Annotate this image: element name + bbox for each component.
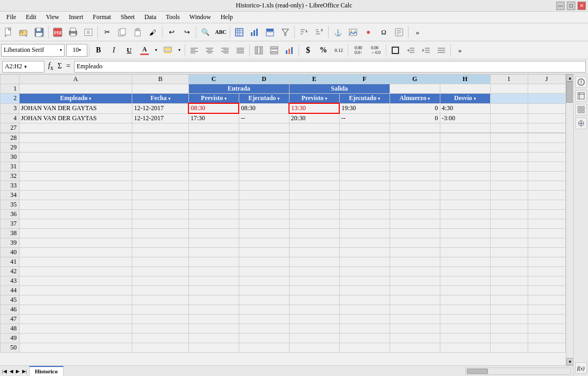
empty-cell[interactable] <box>440 219 490 229</box>
open-button[interactable]: ▾ <box>16 25 31 40</box>
empty-cell[interactable] <box>440 238 490 248</box>
empty-cell[interactable] <box>440 334 490 343</box>
empty-cell[interactable] <box>188 276 239 286</box>
empty-cell[interactable] <box>440 162 490 172</box>
tab-prev-button[interactable]: ◀ <box>8 369 14 374</box>
col-header-F[interactable]: F <box>339 75 390 84</box>
empty-cell[interactable] <box>339 191 390 200</box>
print-preview-button[interactable] <box>81 25 96 40</box>
empty-cell[interactable] <box>19 229 132 238</box>
empty-cell[interactable] <box>239 181 289 191</box>
empty-cell[interactable] <box>440 257 490 267</box>
empty-cell[interactable] <box>390 296 440 305</box>
row-button[interactable] <box>267 43 282 58</box>
empty-cell[interactable] <box>239 229 289 238</box>
empty-cell[interactable] <box>19 238 132 248</box>
col-header-C[interactable]: C <box>188 75 239 84</box>
empty-cell[interactable] <box>440 133 490 143</box>
empty-cell[interactable] <box>239 267 289 276</box>
empty-cell[interactable] <box>289 191 339 200</box>
empty-cell[interactable] <box>339 248 390 257</box>
menu-sheet[interactable]: Sheet <box>116 12 139 22</box>
scroll-down-button[interactable]: ▼ <box>566 358 573 365</box>
empty-cell[interactable] <box>239 286 289 296</box>
empty-cell[interactable] <box>528 257 565 267</box>
empty-cell[interactable] <box>440 210 490 219</box>
copy-button[interactable] <box>115 25 130 40</box>
empty-cell[interactable] <box>440 181 490 191</box>
empty-cell[interactable] <box>239 238 289 248</box>
empty-cell[interactable] <box>339 238 390 248</box>
empty-cell[interactable] <box>19 343 132 353</box>
empty-cell[interactable] <box>239 257 289 267</box>
cell-E3[interactable]: 13:30 <box>289 103 339 113</box>
empty-cell[interactable] <box>132 238 189 248</box>
italic-button[interactable]: I <box>106 43 121 58</box>
cell-I2[interactable] <box>490 94 528 104</box>
empty-cell[interactable] <box>490 334 528 343</box>
empty-cell[interactable] <box>390 143 440 153</box>
cell-EF1[interactable]: Salida <box>289 84 390 94</box>
menu-view[interactable]: View <box>42 12 64 22</box>
empty-cell[interactable] <box>289 324 339 334</box>
empty-cell[interactable] <box>132 143 189 153</box>
sort-desc-button[interactable] <box>312 25 327 40</box>
empty-cell[interactable] <box>339 143 390 153</box>
empty-cell[interactable] <box>289 286 339 296</box>
cell-H2-dropdown-icon[interactable]: ▾ <box>474 96 476 101</box>
insert-table-button[interactable] <box>232 25 247 40</box>
empty-cell[interactable] <box>239 305 289 315</box>
empty-cell[interactable] <box>528 296 565 305</box>
empty-cell[interactable] <box>490 153 528 162</box>
empty-cell[interactable] <box>188 162 239 172</box>
empty-cell[interactable] <box>19 200 132 210</box>
empty-cell[interactable] <box>188 296 239 305</box>
empty-cell[interactable] <box>239 210 289 219</box>
empty-cell[interactable] <box>239 133 289 143</box>
empty-cell[interactable] <box>390 276 440 286</box>
empty-cell[interactable] <box>440 172 490 181</box>
cell-C3[interactable]: 08:30 <box>188 103 239 113</box>
empty-cell[interactable] <box>440 296 490 305</box>
empty-cell[interactable] <box>390 324 440 334</box>
sort-asc-button[interactable] <box>296 25 311 40</box>
col-header-I[interactable]: I <box>490 75 528 84</box>
empty-cell[interactable] <box>339 200 390 210</box>
empty-cell[interactable] <box>188 257 239 267</box>
empty-cell[interactable] <box>339 305 390 315</box>
empty-cell[interactable] <box>188 181 239 191</box>
find-button[interactable]: 🔍 <box>198 25 213 40</box>
cell-G2-dropdown-icon[interactable]: ▾ <box>428 96 430 101</box>
horizontal-scrollbar[interactable] <box>465 368 571 375</box>
empty-cell[interactable] <box>390 153 440 162</box>
col-header-J[interactable]: J <box>528 75 565 84</box>
empty-cell[interactable] <box>19 305 132 315</box>
empty-cell[interactable] <box>19 143 132 153</box>
cell-D2-dropdown-icon[interactable]: ▾ <box>277 96 279 101</box>
empty-cell[interactable] <box>490 181 528 191</box>
empty-cell[interactable] <box>289 343 339 353</box>
empty-cell[interactable] <box>239 219 289 229</box>
empty-cell[interactable] <box>528 172 565 181</box>
new-button[interactable]: ▾ <box>1 25 16 40</box>
menu-format[interactable]: Format <box>88 12 115 22</box>
cell-F2[interactable]: Ejecutado ▾ <box>339 94 390 104</box>
empty-cell[interactable] <box>440 276 490 286</box>
maximize-button[interactable]: □ <box>567 2 575 10</box>
empty-cell[interactable] <box>289 219 339 229</box>
empty-cell[interactable] <box>440 143 490 153</box>
empty-cell[interactable] <box>289 334 339 343</box>
empty-cell[interactable] <box>188 286 239 296</box>
vertical-scrollbar[interactable]: ▲ ▼ <box>566 74 573 365</box>
empty-cell[interactable] <box>19 172 132 181</box>
empty-cell[interactable] <box>19 248 132 257</box>
cell-A4[interactable]: JOHAN VAN DER GAYTAS <box>19 113 132 123</box>
border-button[interactable] <box>388 43 403 58</box>
col-header-G[interactable]: G <box>390 75 440 84</box>
cell-E2-dropdown-icon[interactable]: ▾ <box>325 96 327 101</box>
cell-A2[interactable]: Empleado ▾ <box>19 94 132 104</box>
empty-cell[interactable] <box>289 267 339 276</box>
empty-cell[interactable] <box>339 324 390 334</box>
empty-cell[interactable] <box>19 191 132 200</box>
empty-cell[interactable] <box>390 286 440 296</box>
